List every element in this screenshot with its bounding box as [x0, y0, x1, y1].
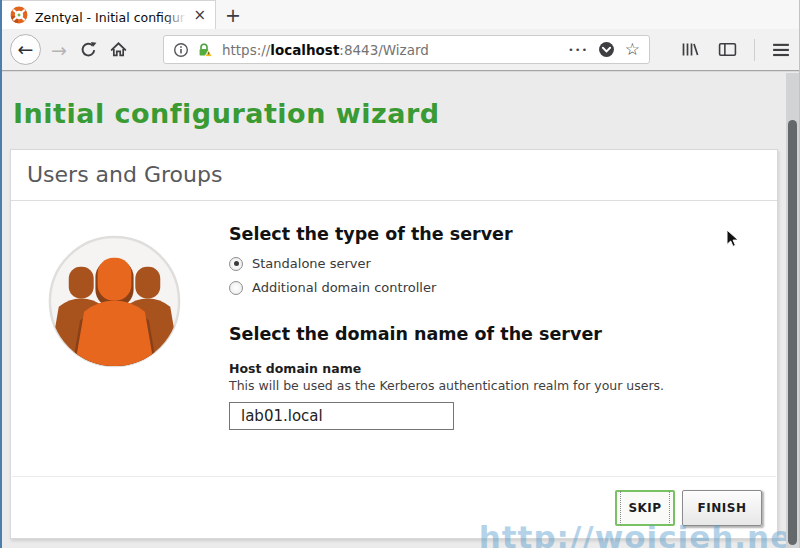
- page-scrollbar[interactable]: [786, 73, 799, 548]
- library-icon[interactable]: [681, 41, 701, 58]
- wizard-panel: Users and Groups Select the type of the …: [10, 149, 778, 539]
- host-domain-label: Host domain name: [229, 361, 719, 376]
- home-icon: [110, 41, 127, 58]
- browser-tab[interactable]: Zentyal - Initial configura ×: [0, 0, 216, 29]
- menu-button[interactable]: [772, 42, 790, 58]
- site-info-icon[interactable]: [173, 42, 189, 58]
- url-text: https://localhost:8443/Wizard: [222, 42, 568, 58]
- radio-additional-input[interactable]: [229, 281, 243, 295]
- page-content: Initial configuration wizard Users and G…: [0, 72, 800, 548]
- domain-name-heading: Select the domain name of the server: [229, 324, 719, 345]
- radio-standalone-label: Standalone server: [252, 256, 371, 271]
- sidebar-toggle-icon[interactable]: [718, 41, 737, 58]
- radio-additional-domain-controller[interactable]: Additional domain controller: [229, 280, 719, 295]
- zentyal-favicon-icon: [10, 6, 28, 24]
- button-separator: [12, 476, 776, 477]
- tab-bar: Zentyal - Initial configura × +: [0, 0, 800, 29]
- reload-icon: [80, 41, 97, 58]
- bookmark-star-icon[interactable]: ☆: [625, 41, 640, 58]
- back-button[interactable]: ←: [10, 34, 41, 65]
- wizard-form: Select the type of the server Standalone…: [229, 224, 719, 430]
- radio-additional-label: Additional domain controller: [252, 280, 436, 295]
- toolbar-separator: [754, 39, 755, 61]
- watermark: http://wojcieh.net: [479, 519, 800, 548]
- radio-standalone-input[interactable]: [229, 257, 243, 271]
- home-button[interactable]: [110, 41, 127, 58]
- radio-standalone-server[interactable]: Standalone server: [229, 256, 719, 271]
- host-domain-input[interactable]: [229, 402, 454, 430]
- host-domain-help: This will be used as the Kerberos authen…: [229, 378, 719, 393]
- navigation-toolbar: ← → https://localho: [0, 29, 800, 71]
- back-arrow-icon: ←: [18, 40, 34, 59]
- window-border: [0, 0, 2, 548]
- page-title: Initial configuration wizard: [13, 98, 440, 129]
- new-tab-button[interactable]: +: [216, 0, 250, 29]
- forward-button[interactable]: →: [51, 39, 67, 61]
- pocket-icon[interactable]: [598, 41, 615, 58]
- mouse-cursor: [726, 229, 740, 248]
- page-actions-icon[interactable]: •••: [568, 45, 588, 55]
- server-type-heading: Select the type of the server: [229, 224, 719, 245]
- scrollbar-thumb[interactable]: [788, 120, 797, 545]
- users-group-icon: [46, 233, 183, 370]
- url-bar[interactable]: https://localhost:8443/Wizard ••• ☆: [163, 35, 650, 64]
- tab-close-icon[interactable]: ×: [190, 8, 209, 23]
- panel-title: Users and Groups: [11, 150, 777, 201]
- forward-arrow-icon: →: [51, 39, 67, 61]
- reload-button[interactable]: [80, 41, 97, 58]
- lock-warning-icon[interactable]: [196, 42, 214, 58]
- tab-title: Zentyal - Initial configura: [35, 10, 190, 24]
